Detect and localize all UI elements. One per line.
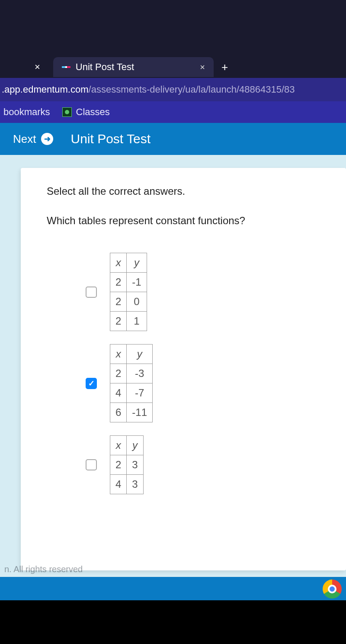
col-header: x <box>110 345 127 364</box>
next-label: Next <box>13 132 36 146</box>
bookmarks-bar: bookmarks Classes <box>0 101 346 123</box>
data-table-1: xy 2-1 20 21 <box>110 253 147 331</box>
tab-favicon-icon <box>62 66 70 68</box>
answer-option-2: xy 2-3 4-7 6-11 <box>86 344 333 422</box>
cell: -7 <box>127 383 153 403</box>
question-card: Select all the correct answers. Which ta… <box>21 168 346 570</box>
cell: 2 <box>110 455 127 475</box>
col-header: y <box>127 345 153 364</box>
col-header: x <box>110 436 127 455</box>
new-tab-button[interactable]: + <box>221 61 228 74</box>
browser-tab-active[interactable]: Unit Post Test × <box>53 57 214 77</box>
close-icon[interactable]: × <box>35 61 40 73</box>
bookmarks-label[interactable]: bookmarks <box>3 106 50 118</box>
cell: 2 <box>110 364 127 383</box>
checkbox-option-3[interactable] <box>86 459 97 470</box>
tab-title: Unit Post Test <box>76 61 134 73</box>
browser-chrome: × Unit Post Test × + .app.edmentum.com/a… <box>0 0 346 123</box>
classes-label: Classes <box>76 106 110 118</box>
app-header: Next ➜ Unit Post Test <box>0 123 346 155</box>
url-path: /assessments-delivery/ua/la/launch/48864… <box>89 84 295 95</box>
cell: 2 <box>110 292 127 312</box>
cell: 3 <box>127 475 143 494</box>
question-instruction: Select all the correct answers. <box>47 185 333 197</box>
cell: 0 <box>127 292 147 312</box>
bottom-bar <box>0 577 346 600</box>
tab-bar: × Unit Post Test × + <box>0 56 346 78</box>
close-tab-icon[interactable]: × <box>200 62 205 72</box>
cell: 2 <box>110 273 127 292</box>
answer-option-3: xy 23 43 <box>86 435 333 494</box>
checkbox-option-1[interactable] <box>86 287 97 298</box>
chrome-icon[interactable] <box>323 580 342 599</box>
answer-option-1: xy 2-1 20 21 <box>86 253 333 331</box>
data-table-3: xy 23 43 <box>110 435 144 494</box>
url-domain: .app.edmentum.com <box>2 84 89 95</box>
next-button[interactable]: Next ➜ <box>13 132 53 146</box>
cell: 4 <box>110 383 127 403</box>
col-header: y <box>127 436 143 455</box>
col-header: y <box>127 253 147 273</box>
cell: 6 <box>110 403 127 422</box>
col-header: x <box>110 253 127 273</box>
page-title: Unit Post Test <box>70 132 151 146</box>
bookmark-classes[interactable]: Classes <box>62 106 110 118</box>
question-text: Which tables represent constant function… <box>47 215 333 227</box>
cell: -3 <box>127 364 153 383</box>
cell: -11 <box>127 403 153 422</box>
content-area: Select all the correct answers. Which ta… <box>0 155 346 577</box>
cell: -1 <box>127 273 147 292</box>
address-bar[interactable]: .app.edmentum.com/assessments-delivery/u… <box>0 78 346 101</box>
cell: 3 <box>127 455 143 475</box>
cell: 4 <box>110 475 127 494</box>
footer-copyright: n. All rights reserved <box>4 564 83 574</box>
data-table-2: xy 2-3 4-7 6-11 <box>110 344 153 422</box>
arrow-right-icon: ➜ <box>41 133 53 145</box>
checkbox-option-2[interactable] <box>86 378 97 389</box>
classes-favicon-icon <box>62 107 72 117</box>
cell: 1 <box>127 312 147 331</box>
cell: 2 <box>110 312 127 331</box>
answer-options: xy 2-1 20 21 xy 2-3 4-7 6-11 xy <box>47 253 333 494</box>
